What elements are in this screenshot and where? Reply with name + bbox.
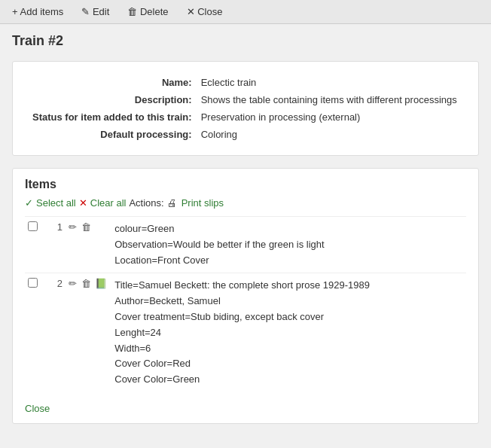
x-icon: ✕	[79, 197, 87, 209]
row1-actions: ✏ 🗑	[66, 217, 111, 273]
status-value: Preservation in processing (external)	[197, 108, 463, 126]
info-card: Name: Eclectic train Description: Shows …	[12, 61, 479, 156]
items-section: Items ✓ Select all ✕ Clear all Actions: …	[12, 168, 479, 424]
name-value: Eclectic train	[197, 74, 463, 91]
row2-checkbox[interactable]	[28, 278, 38, 288]
close-toolbar-button[interactable]: ✕ Close	[184, 5, 226, 19]
row2-detail: Title=Samuel Beckett: the complete short…	[111, 273, 466, 392]
print-slips-link[interactable]: Print slips	[181, 197, 224, 209]
add-items-button[interactable]: + Add items	[9, 5, 66, 19]
select-all-link[interactable]: Select all	[36, 197, 76, 209]
toolbar: + Add items ✎ Edit 🗑 Delete ✕ Close	[0, 0, 491, 24]
info-table: Name: Eclectic train Description: Shows …	[28, 74, 463, 143]
default-value: Coloring	[197, 126, 463, 143]
items-controls: ✓ Select all ✕ Clear all Actions: 🖨 Prin…	[25, 197, 466, 209]
row1-detail: colour=Green Observation=Would be better…	[111, 217, 466, 273]
default-label: Default processing:	[28, 126, 197, 143]
check-icon: ✓	[25, 197, 33, 209]
items-title: Items	[25, 178, 466, 191]
row1-delete-icon[interactable]: 🗑	[81, 221, 91, 233]
printer-icon: 🖨	[167, 197, 177, 209]
row2-checkbox-cell	[25, 273, 43, 392]
table-row: 2 ✏ 🗑 📗 Title=Samuel Beckett: the comple…	[25, 273, 466, 392]
row1-num: 1	[43, 217, 66, 273]
row2-book-icon[interactable]: 📗	[95, 278, 107, 289]
table-row: 1 ✏ 🗑 colour=Green Observation=Would be …	[25, 217, 466, 273]
row2-delete-icon[interactable]: 🗑	[81, 278, 91, 289]
close-link[interactable]: Close	[25, 403, 50, 414]
actions-label: Actions:	[129, 197, 163, 209]
items-table: 1 ✏ 🗑 colour=Green Observation=Would be …	[25, 216, 466, 392]
row1-edit-icon[interactable]: ✏	[69, 221, 77, 233]
description-label: Description:	[28, 91, 197, 108]
name-label: Name:	[28, 74, 197, 91]
row2-num: 2	[43, 273, 66, 392]
row2-actions: ✏ 🗑 📗	[66, 273, 111, 392]
status-label: Status for item added to this train:	[28, 108, 197, 126]
description-value: Shows the table containing items with di…	[197, 91, 463, 108]
clear-all-link[interactable]: Clear all	[90, 197, 127, 209]
page-content: Train #2 Name: Eclectic train Descriptio…	[0, 24, 491, 433]
row1-checkbox-cell	[25, 217, 43, 273]
page-title: Train #2	[12, 33, 479, 49]
edit-button[interactable]: ✎ Edit	[78, 5, 112, 19]
row1-checkbox[interactable]	[28, 221, 38, 231]
delete-button[interactable]: 🗑 Delete	[124, 5, 171, 19]
row2-edit-icon[interactable]: ✏	[69, 278, 77, 289]
